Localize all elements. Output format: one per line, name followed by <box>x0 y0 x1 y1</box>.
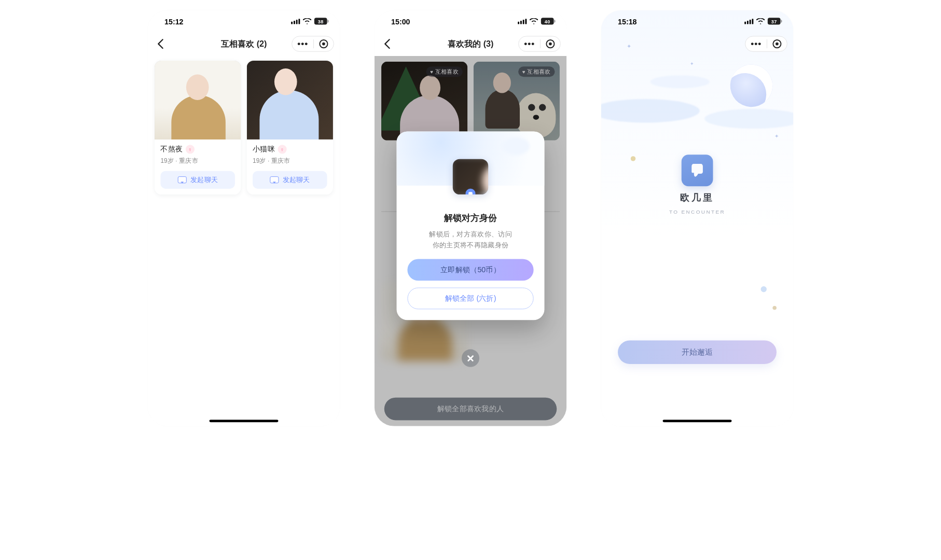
modal-desc: 解锁后，对方喜欢你、访问 你的主页将不再隐藏身份 <box>409 229 532 250</box>
cellular-icon <box>744 19 753 24</box>
battery-level: 40 <box>545 19 550 24</box>
status-bar: 15:12 38 <box>148 10 340 32</box>
match-card[interactable]: 不熬夜 ♀ 19岁 · 重庆市 发起聊天 <box>155 61 241 194</box>
battery-icon: 40 <box>541 18 554 24</box>
start-chat-button[interactable]: 发起聊天 <box>253 171 327 189</box>
modal-title: 解锁对方身份 <box>397 212 545 224</box>
status-time: 15:12 <box>164 17 183 25</box>
unlock-all-discount-label: 解锁全部 (六折) <box>445 294 496 303</box>
home-indicator[interactable] <box>663 419 732 422</box>
home-indicator[interactable] <box>210 419 279 422</box>
brand-name-cn: 欧几里 <box>680 191 714 204</box>
battery-icon: 37 <box>768 18 781 24</box>
unlock-modal: 解锁对方身份 解锁后，对方喜欢你、访问 你的主页将不再隐藏身份 立即解锁（50币… <box>397 131 545 320</box>
gender-female-icon: ♀ <box>186 145 195 153</box>
screen-mutual-likes: 15:12 38 互相喜欢 (2) ••• <box>148 10 340 426</box>
brand-name-en: TO ENCOUNTER <box>669 209 725 215</box>
chat-icon <box>177 176 186 183</box>
wifi-icon <box>530 18 538 24</box>
battery-icon: 38 <box>314 18 327 24</box>
status-bar: 15:18 37 <box>601 10 794 32</box>
status-time: 15:00 <box>391 17 410 25</box>
match-info: 19岁 · 重庆市 <box>160 157 234 165</box>
gender-female-icon: ♀ <box>278 145 287 153</box>
lock-icon <box>466 189 476 194</box>
match-photo <box>247 61 333 139</box>
page-title: 互相喜欢 (2) <box>221 38 267 50</box>
battery-level: 38 <box>318 19 324 24</box>
miniapp-capsule[interactable]: ••• <box>292 36 334 51</box>
back-button[interactable] <box>381 38 393 50</box>
brand-block: 欧几里 TO ENCOUNTER <box>669 155 725 215</box>
status-time: 15:18 <box>618 17 636 25</box>
wifi-icon <box>303 18 311 24</box>
unlock-now-label: 立即解锁（50币） <box>440 265 501 275</box>
wifi-icon <box>756 18 765 24</box>
moon-icon <box>724 59 779 113</box>
match-info: 19岁 · 重庆市 <box>253 157 327 165</box>
match-photo <box>155 61 241 139</box>
nav-bar: ••• <box>601 32 794 56</box>
chat-label: 发起聊天 <box>190 175 218 184</box>
match-name: 小猫咪 <box>253 144 275 153</box>
screen-landing: ✦ ✦ ✦ 15:18 37 ••• <box>601 10 794 426</box>
chat-icon <box>270 176 279 183</box>
battery-level: 37 <box>771 19 777 24</box>
page-title: 喜欢我的 (3) <box>448 38 494 50</box>
modal-avatar-locked <box>453 159 488 194</box>
back-button[interactable] <box>155 38 167 50</box>
unlock-all-discount-button[interactable]: 解锁全部 (六折) <box>407 288 533 310</box>
cellular-icon <box>518 19 527 24</box>
modal-close-button[interactable] <box>462 349 479 367</box>
miniapp-capsule[interactable]: ••• <box>745 36 787 51</box>
match-grid: 不熬夜 ♀ 19岁 · 重庆市 发起聊天 小猫咪 <box>148 55 340 199</box>
screen-likes-me: 15:00 40 喜欢我的 (3) ••• 互相喜欢 <box>375 10 567 426</box>
chat-label: 发起聊天 <box>283 175 310 184</box>
unlock-now-button[interactable]: 立即解锁（50币） <box>407 259 533 281</box>
match-name: 不熬夜 <box>160 144 183 153</box>
close-target-icon[interactable] <box>320 39 328 48</box>
start-encounter-button[interactable]: 开始邂逅 <box>618 341 777 365</box>
miniapp-capsule[interactable]: ••• <box>518 36 561 51</box>
status-bar: 15:00 40 <box>375 10 567 32</box>
app-logo <box>682 155 713 187</box>
match-card[interactable]: 小猫咪 ♀ 19岁 · 重庆市 发起聊天 <box>247 61 333 194</box>
close-target-icon[interactable] <box>773 39 782 48</box>
cellular-icon <box>291 19 300 24</box>
start-encounter-label: 开始邂逅 <box>682 347 713 357</box>
close-target-icon[interactable] <box>546 39 555 48</box>
nav-bar: 喜欢我的 (3) ••• <box>375 32 567 56</box>
start-chat-button[interactable]: 发起聊天 <box>160 171 234 189</box>
nav-bar: 互相喜欢 (2) ••• <box>148 32 340 56</box>
